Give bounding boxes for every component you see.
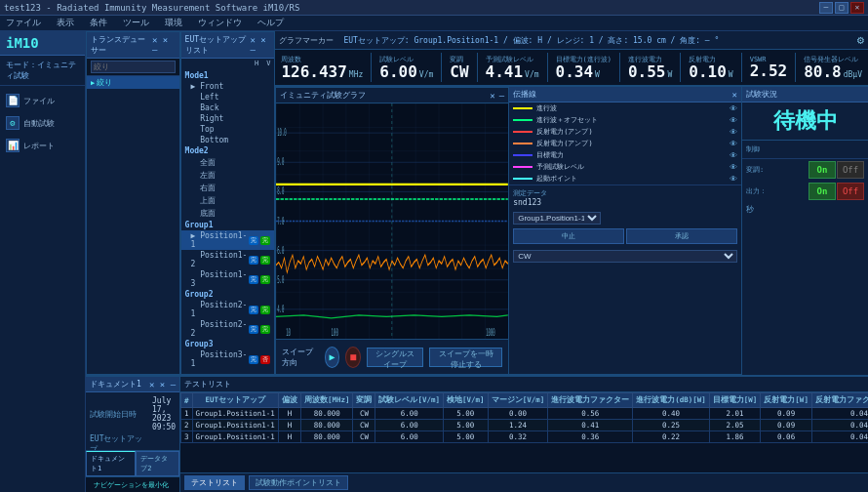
table-cell: 1.86	[709, 431, 761, 443]
prop-close[interactable]: ✕	[732, 90, 737, 100]
ctrl-buttons: 中止 承認	[509, 226, 741, 246]
legend-start-point-label: 起動ポイント	[536, 174, 577, 184]
eut-item-back[interactable]: Back	[181, 102, 275, 113]
menu-file[interactable]: ファイル	[4, 17, 43, 29]
transducer-filter-input[interactable]	[91, 61, 176, 73]
doc-content: 試験開始日時 July 17, 2023 09:50 EUTセットアップ オペレ…	[86, 392, 179, 450]
table-cell: H	[278, 420, 300, 431]
table-cell: 2	[181, 420, 193, 431]
legend-target-power-eye[interactable]: 👁	[730, 151, 737, 160]
legend-start-point-eye[interactable]: 👁	[730, 175, 737, 184]
status-header: 試験状況	[742, 87, 868, 102]
close-btn[interactable]: ✕	[850, 2, 864, 14]
eut-item-himen[interactable]: 左面	[181, 169, 275, 182]
grafico-settings[interactable]: ⚙	[857, 33, 864, 47]
table-cell: 0.09	[761, 420, 812, 431]
output-on-btn[interactable]: On	[809, 183, 836, 200]
eut-item-front[interactable]: ▶ Front	[181, 81, 275, 92]
minimize-btn[interactable]: —	[819, 2, 833, 14]
menu-bar: ファイル 表示 条件 ツール 環境 ウィンドウ ヘルプ	[0, 16, 868, 31]
table-cell: 5.00	[444, 408, 489, 420]
minimize-btn[interactable]: ナビゲーションを最小化	[90, 479, 173, 491]
legend-forward-offset-eye[interactable]: 👁	[730, 116, 737, 125]
eut-item-sokomen[interactable]: 底面	[181, 207, 275, 220]
result-tab-points[interactable]: 試験動作ポイントリスト	[249, 475, 348, 490]
window-controls: — □ ✕	[819, 2, 864, 14]
sweep-pause-btn[interactable]: スイープを一時停止する	[429, 348, 502, 367]
sidebar-report-label: レポート	[23, 141, 55, 151]
abort-btn[interactable]: 中止	[513, 228, 624, 244]
col-fwd-factor: 進行波電力ファクター	[548, 393, 633, 408]
meas-gen-unit: dBμV	[844, 70, 862, 79]
legend-pred-test-eye[interactable]: 👁	[730, 163, 737, 172]
menu-tool[interactable]: ツール	[121, 17, 151, 29]
eut-item-top[interactable]: Top	[181, 124, 275, 135]
mod-select[interactable]: CW AM PM	[513, 250, 737, 263]
legend-forward-eye[interactable]: 👁	[730, 104, 737, 113]
results-bottom: テストリスト 試験動作ポイントリスト	[180, 472, 868, 492]
doc-tabs-bottom: ドキュメント1 データタブ2	[86, 450, 179, 476]
eut-item-uemen[interactable]: 上面	[181, 194, 275, 207]
col-num: #	[181, 393, 193, 408]
output-off-btn[interactable]: Off	[837, 183, 864, 200]
eut-item-left[interactable]: Left	[181, 92, 275, 102]
file-icon: 📄	[6, 94, 20, 107]
table-cell: 1	[181, 408, 193, 420]
title-bar: test123 - Radiated Immunity Measurement …	[0, 0, 868, 16]
eut-item-right[interactable]: Right	[181, 113, 275, 124]
transducer-close[interactable]: ✕ × —	[152, 35, 176, 55]
transducer-item[interactable]: ▶ 絞り	[87, 76, 179, 89]
eut-item-bottom[interactable]: Bottom	[181, 135, 275, 145]
graph-close[interactable]: ✕	[490, 91, 494, 101]
menu-window[interactable]: ウィンドウ	[196, 17, 244, 29]
doc-close[interactable]: ✕ × —	[149, 380, 176, 390]
table-cell: 0.40	[633, 408, 710, 420]
legend-reflect-amp-eye[interactable]: 👁	[730, 128, 737, 137]
sweep-stop-btn[interactable]: ■	[345, 347, 361, 368]
legend-reflect-amp2-eye[interactable]: 👁	[730, 140, 737, 148]
eut-item-pos1-3[interactable]: Position1-3 完 完	[181, 269, 275, 289]
main-layout: iM10 モード：イミュニティ試験 📄 ファイル ⚙ 自動試験 📊 レポート ト…	[0, 31, 868, 492]
eut-item-zenmen[interactable]: 全面	[181, 156, 275, 169]
table-cell: 2.05	[709, 420, 761, 431]
doc-tab-2[interactable]: データタブ2	[136, 451, 179, 476]
menu-condition[interactable]: 条件	[88, 17, 109, 29]
result-tab-list[interactable]: テストリスト	[184, 475, 245, 490]
content-area: トランスデューサー ✕ × — ▶ 絞り EUTセットアップリスト ✕ ×	[86, 31, 868, 492]
sidebar-item-file[interactable]: 📄 ファイル	[0, 90, 85, 112]
recv-off-btn[interactable]: Off	[837, 161, 864, 179]
graph-minimize[interactable]: —	[499, 91, 504, 101]
sidebar-item-report[interactable]: 📊 レポート	[0, 135, 85, 157]
menu-env[interactable]: 環境	[163, 17, 184, 29]
divider-7	[741, 53, 742, 82]
eut-item-pos1-1[interactable]: ▶ Position1-1 完 完	[181, 230, 275, 250]
doc-tab-1[interactable]: ドキュメント1	[86, 451, 136, 476]
eut-item-mimen[interactable]: 右面	[181, 182, 275, 194]
auto-icon: ⚙	[6, 116, 20, 130]
sweep-play-btn[interactable]: ▶	[325, 347, 340, 368]
meas-gen-value: 80.8	[804, 64, 842, 80]
legend-pred-test-color	[513, 166, 533, 168]
eut-item-pos1-2[interactable]: Position1-2 完 完	[181, 250, 275, 269]
table-row[interactable]: 1Group1.Position1-1H80.000CW6.005.000.00…	[181, 408, 868, 420]
badge-h-p2-1: 完	[249, 306, 258, 314]
maximize-btn[interactable]: □	[835, 2, 848, 14]
eut-item-pos2-2[interactable]: Position2-2 完 完	[181, 319, 275, 339]
table-cell: 0.36	[548, 431, 633, 443]
meas-target: 目標電力(進行波) 0.34 W	[556, 55, 612, 80]
menu-help[interactable]: ヘルプ	[256, 17, 286, 29]
eut-item-pos2-1[interactable]: Position2-1 完 完	[181, 300, 275, 319]
table-cell: CW	[353, 431, 375, 443]
table-row[interactable]: 3Group1.Position1-1H80.000CW6.005.000.32…	[181, 431, 868, 443]
setup-select[interactable]: Group1.Position1-1	[513, 212, 601, 225]
recv-on-btn[interactable]: On	[809, 161, 836, 179]
approve-btn[interactable]: 承認	[626, 228, 737, 244]
meas-test-value: 6.00	[379, 64, 417, 80]
sweep-single-btn[interactable]: シングルスイープ	[367, 348, 423, 367]
menu-view[interactable]: 表示	[55, 17, 76, 29]
table-row[interactable]: 2Group1.Position1-1H80.000CW6.005.001.24…	[181, 420, 868, 431]
table-cell: 0.09	[761, 408, 812, 420]
eut-item-pos3-1[interactable]: Position3-1 完 否	[181, 349, 275, 369]
sidebar-item-auto[interactable]: ⚙ 自動試験	[0, 112, 85, 135]
eut-list-close[interactable]: ✕ × —	[250, 35, 270, 55]
